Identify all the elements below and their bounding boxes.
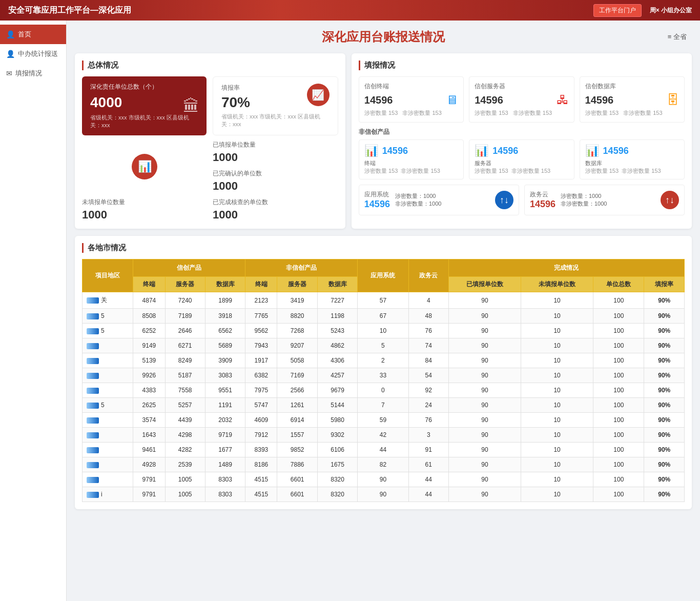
sidebar-item-report[interactable]: 👤 中办统计报送 bbox=[0, 44, 66, 64]
cell-rate: 90% bbox=[644, 428, 685, 443]
gov-cloud-feimidu: 非涉密数量：1000 bbox=[561, 200, 655, 208]
gov-cloud-right: 涉密数量：1000 非涉密数量：1000 bbox=[561, 192, 655, 208]
regional-table-section: 各地市情况 项目地区 信创产品 非信创产品 应用系统 政务云 完成情况 终端 服… bbox=[75, 236, 692, 509]
cell-rate: 90% bbox=[644, 487, 685, 502]
cell-app: 42 bbox=[358, 428, 408, 443]
cell-nc-db: 9679 bbox=[317, 383, 357, 398]
cell-filled: 90 bbox=[448, 292, 521, 309]
cell-xc-terminal: 9149 bbox=[133, 338, 165, 353]
cell-total: 100 bbox=[593, 413, 644, 428]
cell-app: 5 bbox=[358, 338, 408, 353]
cell-xc-db: 5689 bbox=[205, 338, 245, 353]
cell-app: 90 bbox=[358, 472, 408, 487]
cell-rate: 90% bbox=[644, 398, 685, 413]
cell-xc-terminal: 1643 bbox=[133, 428, 165, 443]
cell-xc-terminal: 9461 bbox=[133, 443, 165, 457]
stat-filled-units: 已填报单位数量 1000 bbox=[213, 141, 338, 164]
cell-nc-terminal: 7943 bbox=[245, 338, 277, 353]
cell-nc-db: 4862 bbox=[317, 338, 357, 353]
nav-portal-button[interactable]: 工作平台门户 bbox=[593, 4, 642, 17]
sidebar-item-fill[interactable]: ✉ 填报情况 bbox=[0, 64, 66, 83]
cell-nc-server: 7268 bbox=[277, 324, 317, 338]
th-region: 项目地区 bbox=[83, 259, 133, 292]
top-bar: 安全可靠应用工作平台—深化应用 工作平台门户 周× 小组办公室 bbox=[0, 0, 700, 21]
database-icon: 🗄 bbox=[667, 93, 679, 107]
cell-nc-terminal: 1917 bbox=[245, 353, 277, 368]
cell-unfilled: 10 bbox=[521, 472, 593, 487]
table-row: 5 6252264665629562726852431076901010090% bbox=[83, 324, 685, 338]
cell-app: 57 bbox=[358, 292, 408, 309]
nc-server-top: 📊 14596 bbox=[475, 144, 568, 157]
cell-unfilled: 10 bbox=[521, 309, 593, 324]
xc-server-value: 14596 bbox=[475, 94, 503, 106]
total-section-card: 总体情况 深化责任单位总数（个） 4000 省级机关：xxx 市级机关：xxx … bbox=[75, 53, 345, 229]
cell-nc-terminal: 7912 bbox=[245, 428, 277, 443]
sidebar-item-home[interactable]: 👤 首页 bbox=[0, 25, 66, 44]
table-row: 164342989719791215579302423901010090% bbox=[83, 428, 685, 443]
nc-db-top: 📊 14596 bbox=[585, 144, 679, 157]
cell-cloud: 76 bbox=[408, 324, 448, 338]
cell-cloud: 76 bbox=[408, 413, 448, 428]
xc-db-sub: 涉密数量 153 非涉密数量 153 bbox=[585, 109, 679, 117]
report-circle-icon: 📊 bbox=[132, 154, 157, 179]
cell-region bbox=[83, 472, 133, 487]
cell-filled: 90 bbox=[448, 428, 521, 443]
cell-nc-db: 4306 bbox=[317, 353, 357, 368]
gov-cloud-label: 政务云 bbox=[530, 190, 555, 199]
gov-cloud-left: 政务云 14596 bbox=[530, 190, 555, 210]
nc-terminal-card: 📊 14596 终端 涉密数量 153 非涉密数量 153 bbox=[359, 139, 464, 179]
app-system-midu: 涉密数量：1000 bbox=[395, 192, 490, 200]
cell-app: 2 bbox=[358, 353, 408, 368]
cell-filled: 90 bbox=[448, 413, 521, 428]
nc-terminal-value: 14596 bbox=[382, 146, 408, 156]
cell-unfilled: 10 bbox=[521, 292, 593, 309]
cell-nc-terminal: 8186 bbox=[245, 457, 277, 472]
cell-unfilled: 10 bbox=[521, 383, 593, 398]
cell-filled: 90 bbox=[448, 443, 521, 457]
cell-filled: 90 bbox=[448, 324, 521, 338]
cell-nc-terminal: 2123 bbox=[245, 292, 277, 309]
cell-region bbox=[83, 353, 133, 368]
xc-terminal-label: 信创终端 bbox=[364, 82, 458, 91]
nc-server-value: 14596 bbox=[492, 146, 518, 156]
cell-xc-db: 3083 bbox=[205, 368, 245, 383]
th-nc-server: 服务器 bbox=[277, 277, 317, 292]
app-system-right: 涉密数量：1000 非涉密数量：1000 bbox=[395, 192, 490, 208]
cell-unfilled: 10 bbox=[521, 368, 593, 383]
cell-unfilled: 10 bbox=[521, 398, 593, 413]
cell-total: 100 bbox=[593, 443, 644, 457]
unit-count-label: 深化责任单位总数（个） bbox=[90, 83, 198, 91]
cell-app: 10 bbox=[358, 324, 408, 338]
cell-total: 100 bbox=[593, 368, 644, 383]
nc-db-sublabel: 数据库 bbox=[585, 159, 679, 167]
app-system-icon: ↑↓ bbox=[495, 191, 513, 209]
cell-total: 100 bbox=[593, 309, 644, 324]
cell-nc-server: 6914 bbox=[277, 413, 317, 428]
cell-filled: 90 bbox=[448, 383, 521, 398]
cell-xc-db: 8303 bbox=[205, 487, 245, 502]
nc-terminal-bar-icon: 📊 bbox=[364, 144, 378, 157]
cell-filled: 90 bbox=[448, 487, 521, 502]
nc-terminal-sublabel: 终端 bbox=[364, 159, 458, 167]
cell-nc-db: 5980 bbox=[317, 413, 357, 428]
cell-nc-server: 7169 bbox=[277, 368, 317, 383]
total-main-row: 深化责任单位总数（个） 4000 省级机关：xxx 市级机关：xxx 区县级机关… bbox=[82, 76, 338, 135]
cell-xc-terminal: 9926 bbox=[133, 368, 165, 383]
xc-server-card: 信创服务器 14596 🖧 涉密数量 153 非涉密数量 153 bbox=[469, 76, 574, 123]
cell-app: 90 bbox=[358, 487, 408, 502]
cell-nc-terminal: 4515 bbox=[245, 487, 277, 502]
nc-db-bar-icon: 📊 bbox=[585, 144, 599, 157]
cell-filled: 90 bbox=[448, 309, 521, 324]
th-cloud: 政务云 bbox=[408, 259, 448, 292]
cell-rate: 90% bbox=[644, 472, 685, 487]
xc-terminal-value: 14596 bbox=[364, 94, 393, 106]
table-body: 关 487472401899212334197227574901010090% … bbox=[83, 292, 685, 502]
cell-region: 5 bbox=[83, 309, 133, 324]
cell-app: 33 bbox=[358, 368, 408, 383]
cell-unfilled: 10 bbox=[521, 413, 593, 428]
sidebar-label-fill: 填报情况 bbox=[15, 69, 42, 78]
cell-region bbox=[83, 368, 133, 383]
cell-xc-terminal: 9791 bbox=[133, 472, 165, 487]
filter-tag[interactable]: ≡ 全省 bbox=[668, 32, 687, 42]
stat-filled-value: 1000 bbox=[213, 151, 338, 164]
